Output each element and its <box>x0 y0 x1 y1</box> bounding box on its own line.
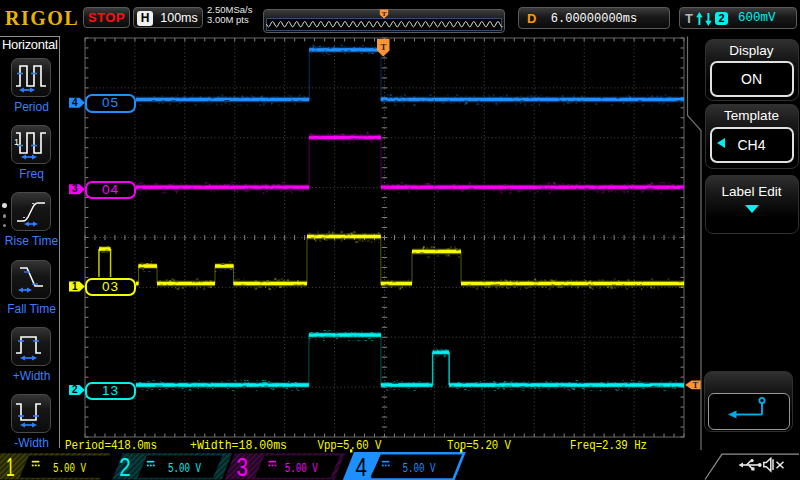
svg-text:5.00 V: 5.00 V <box>168 461 202 476</box>
svg-text:1: 1 <box>6 453 15 480</box>
svg-text:3: 3 <box>72 183 78 194</box>
svg-text:T: T <box>380 42 386 52</box>
svg-text:Freq=2.39 Hz: Freq=2.39 Hz <box>570 438 647 453</box>
svg-text:+Width=18.00ms: +Width=18.00ms <box>190 438 287 453</box>
svg-text:Vpp=5.60 V: Vpp=5.60 V <box>318 438 382 453</box>
svg-text:5.00 V: 5.00 V <box>403 461 437 476</box>
svg-text:Period=418.0ms: Period=418.0ms <box>65 438 157 453</box>
svg-text:2: 2 <box>72 384 78 395</box>
svg-text:T: T <box>382 10 387 18</box>
svg-text:1: 1 <box>72 281 78 292</box>
svg-text:3: 3 <box>237 453 249 480</box>
svg-text:2: 2 <box>119 453 131 480</box>
svg-text:1: 1 <box>14 137 19 147</box>
svg-text:Top=5.20 V: Top=5.20 V <box>447 438 511 453</box>
svg-text:5.00 V: 5.00 V <box>285 461 319 476</box>
svg-text:T: T <box>692 380 698 390</box>
svg-text:5.00 V: 5.00 V <box>53 461 87 476</box>
svg-text:4: 4 <box>72 97 78 108</box>
svg-text:4: 4 <box>356 453 368 480</box>
